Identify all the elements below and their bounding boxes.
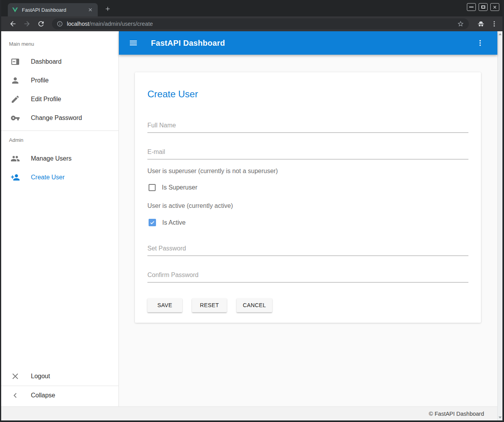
sidebar-item-label: Create User xyxy=(31,174,65,181)
app-menu-icon[interactable] xyxy=(476,39,484,47)
reset-button[interactable]: RESET xyxy=(192,298,227,312)
superuser-checkbox[interactable] xyxy=(149,184,156,191)
close-window-button[interactable] xyxy=(490,3,499,11)
sidebar-item-create-user[interactable]: Create User xyxy=(1,168,118,187)
footer-copyright: © FastAPI Dashboard xyxy=(429,411,484,417)
confirm-password-field-wrap xyxy=(147,272,468,283)
window-controls xyxy=(467,3,499,11)
browser-window: FastAPI Dashboard xyxy=(0,0,504,422)
footer: © FastAPI Dashboard xyxy=(1,406,497,420)
save-button[interactable]: SAVE xyxy=(147,298,182,312)
page-scrollbar[interactable] xyxy=(497,31,502,420)
sidebar-item-label: Profile xyxy=(31,77,48,84)
dashboard-icon xyxy=(11,57,20,66)
full-name-field-wrap xyxy=(147,122,468,133)
sidebar-item-profile[interactable]: Profile xyxy=(1,71,118,90)
person-icon xyxy=(11,76,20,85)
forward-button[interactable] xyxy=(23,20,31,28)
sidebar-section-main-menu: Main menu xyxy=(9,41,118,47)
group-icon xyxy=(11,154,20,163)
page-viewport: Main menu Dashboard Profile xyxy=(1,31,502,420)
tab-title: FastAPI Dashboard xyxy=(22,7,87,13)
superuser-hint: User is superuser (currently is not a su… xyxy=(147,167,468,175)
person-add-icon xyxy=(11,173,20,182)
active-checkbox[interactable] xyxy=(149,219,156,226)
url-bar[interactable]: localhost/main/admin/users/create xyxy=(52,18,469,29)
email-input[interactable] xyxy=(147,148,468,159)
superuser-checkbox-row[interactable]: Is Superuser xyxy=(147,184,468,191)
key-icon xyxy=(11,113,20,123)
sidebar-item-label: Collapse xyxy=(31,392,55,399)
email-field-wrap xyxy=(147,148,468,159)
superuser-checkbox-label: Is Superuser xyxy=(162,184,197,191)
sidebar-item-label: Manage Users xyxy=(31,155,72,162)
sidebar-section-admin: Admin xyxy=(9,137,118,143)
confirm-password-input[interactable] xyxy=(147,272,468,283)
new-tab-button[interactable] xyxy=(102,4,113,14)
sidebar-item-logout[interactable]: Logout xyxy=(1,367,118,386)
page-title: Create User xyxy=(147,89,468,100)
url-text: localhost/main/admin/users/create xyxy=(67,21,457,27)
site-info-icon[interactable] xyxy=(57,21,63,27)
sidebar: Main menu Dashboard Profile xyxy=(1,31,119,406)
tab-close-icon[interactable] xyxy=(87,6,94,13)
vue-logo-icon xyxy=(12,7,18,13)
app-bar: FastAPI Dashboard xyxy=(119,31,497,55)
maximize-button[interactable] xyxy=(479,3,488,11)
active-checkbox-row[interactable]: Is Active xyxy=(147,219,468,226)
set-password-input[interactable] xyxy=(147,245,468,256)
sidebar-item-label: Change Password xyxy=(31,114,82,122)
sidebar-item-collapse[interactable]: Collapse xyxy=(1,386,118,405)
pencil-icon xyxy=(11,95,20,104)
scroll-up-arrow-icon[interactable] xyxy=(499,33,502,35)
back-button[interactable] xyxy=(9,20,17,28)
browser-toolbar: localhost/main/admin/users/create xyxy=(1,16,502,31)
sidebar-item-edit-profile[interactable]: Edit Profile xyxy=(1,90,118,109)
close-icon xyxy=(11,372,20,381)
active-hint: User is active (currently active) xyxy=(147,202,468,209)
create-user-card: Create User User is superuser (currently… xyxy=(135,72,481,323)
cancel-button[interactable]: CANCEL xyxy=(237,298,272,312)
reload-button[interactable] xyxy=(37,20,45,28)
scroll-down-arrow-icon[interactable] xyxy=(499,417,502,418)
active-checkbox-label: Is Active xyxy=(162,219,186,226)
incognito-icon xyxy=(477,20,485,28)
sidebar-divider xyxy=(1,131,118,131)
form-buttons: SAVE RESET CANCEL xyxy=(147,298,468,312)
chevron-left-icon xyxy=(11,391,20,400)
sidebar-item-change-password[interactable]: Change Password xyxy=(1,109,118,127)
sidebar-item-dashboard[interactable]: Dashboard xyxy=(1,52,118,71)
browser-tab-bar: FastAPI Dashboard xyxy=(1,0,502,16)
bookmark-star-icon[interactable] xyxy=(457,20,464,27)
content-area: Create User User is superuser (currently… xyxy=(119,55,497,406)
sidebar-item-label: Edit Profile xyxy=(31,96,61,103)
full-name-input[interactable] xyxy=(147,122,468,133)
set-password-field-wrap xyxy=(147,245,468,256)
minimize-button[interactable] xyxy=(467,3,476,11)
browser-tab[interactable]: FastAPI Dashboard xyxy=(8,3,98,16)
sidebar-item-label: Dashboard xyxy=(31,58,61,65)
sidebar-item-manage-users[interactable]: Manage Users xyxy=(1,149,118,168)
hamburger-menu-icon[interactable] xyxy=(129,38,138,48)
browser-menu-icon[interactable] xyxy=(491,20,498,27)
app-title: FastAPI Dashboard xyxy=(151,39,225,48)
sidebar-item-label: Logout xyxy=(31,373,50,380)
